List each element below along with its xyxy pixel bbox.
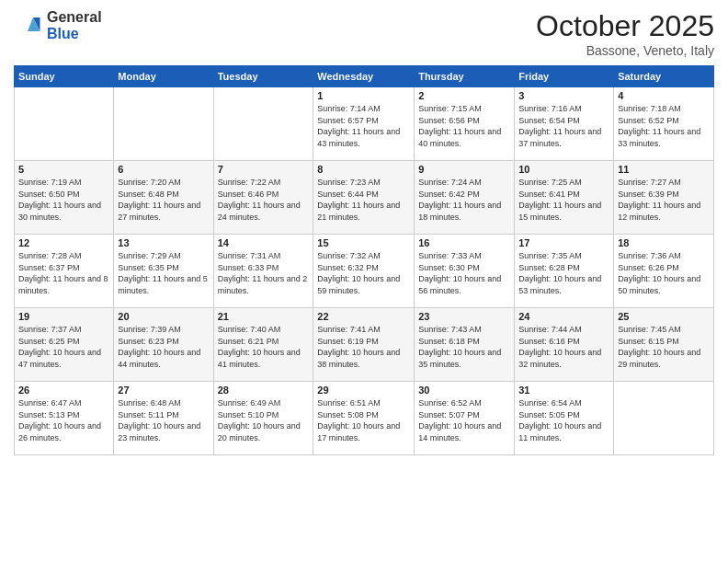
calendar-cell: 21Sunrise: 7:40 AM Sunset: 6:21 PM Dayli… [213, 308, 313, 382]
day-info: Sunrise: 7:44 AM Sunset: 6:16 PM Dayligh… [518, 324, 609, 370]
day-info: Sunrise: 7:24 AM Sunset: 6:42 PM Dayligh… [418, 177, 510, 223]
calendar-cell [114, 87, 213, 161]
day-number: 22 [317, 311, 410, 322]
day-info: Sunrise: 6:49 AM Sunset: 5:10 PM Dayligh… [218, 397, 310, 443]
logo: General Blue [14, 9, 102, 41]
calendar-cell: 16Sunrise: 7:33 AM Sunset: 6:30 PM Dayli… [415, 235, 515, 308]
day-info: Sunrise: 7:15 AM Sunset: 6:56 PM Dayligh… [418, 103, 510, 149]
day-info: Sunrise: 7:35 AM Sunset: 6:28 PM Dayligh… [518, 250, 609, 296]
day-number: 14 [218, 237, 310, 248]
day-number: 12 [18, 237, 109, 248]
day-number: 27 [118, 385, 209, 396]
day-info: Sunrise: 7:23 AM Sunset: 6:44 PM Dayligh… [317, 177, 410, 223]
calendar-cell: 19Sunrise: 7:37 AM Sunset: 6:25 PM Dayli… [15, 308, 114, 382]
calendar-cell: 7Sunrise: 7:22 AM Sunset: 6:46 PM Daylig… [213, 161, 313, 235]
calendar-cell: 13Sunrise: 7:29 AM Sunset: 6:35 PM Dayli… [114, 235, 213, 308]
day-number: 24 [518, 311, 609, 322]
day-info: Sunrise: 6:51 AM Sunset: 5:08 PM Dayligh… [317, 397, 410, 443]
logo-general: General [47, 9, 102, 26]
day-number: 5 [18, 164, 109, 175]
day-number: 4 [618, 90, 710, 101]
calendar-cell [15, 87, 114, 161]
calendar-cell: 20Sunrise: 7:39 AM Sunset: 6:23 PM Dayli… [114, 308, 213, 382]
logo-text: General Blue [47, 9, 102, 41]
day-number: 21 [218, 311, 310, 322]
calendar-cell: 22Sunrise: 7:41 AM Sunset: 6:19 PM Dayli… [313, 308, 415, 382]
day-number: 9 [418, 164, 510, 175]
calendar-cell: 12Sunrise: 7:28 AM Sunset: 6:37 PM Dayli… [15, 235, 114, 308]
day-info: Sunrise: 7:25 AM Sunset: 6:41 PM Dayligh… [518, 177, 609, 223]
day-info: Sunrise: 7:32 AM Sunset: 6:32 PM Dayligh… [317, 250, 410, 296]
day-info: Sunrise: 7:29 AM Sunset: 6:35 PM Dayligh… [118, 250, 209, 296]
day-number: 28 [218, 385, 310, 396]
day-info: Sunrise: 7:16 AM Sunset: 6:54 PM Dayligh… [518, 103, 609, 149]
calendar-cell: 8Sunrise: 7:23 AM Sunset: 6:44 PM Daylig… [313, 161, 415, 235]
calendar-cell: 5Sunrise: 7:19 AM Sunset: 6:50 PM Daylig… [15, 161, 114, 235]
day-info: Sunrise: 7:37 AM Sunset: 6:25 PM Dayligh… [18, 324, 109, 370]
calendar-cell: 15Sunrise: 7:32 AM Sunset: 6:32 PM Dayli… [313, 235, 415, 308]
month-title: October 2025 [536, 9, 714, 43]
day-number: 15 [317, 237, 410, 248]
day-number: 17 [518, 237, 609, 248]
day-header-thursday: Thursday [415, 66, 515, 87]
calendar-cell: 30Sunrise: 6:52 AM Sunset: 5:07 PM Dayli… [415, 382, 515, 455]
day-number: 29 [317, 385, 410, 396]
day-info: Sunrise: 7:45 AM Sunset: 6:15 PM Dayligh… [618, 324, 710, 370]
calendar-cell: 10Sunrise: 7:25 AM Sunset: 6:41 PM Dayli… [515, 161, 614, 235]
calendar-cell: 27Sunrise: 6:48 AM Sunset: 5:11 PM Dayli… [114, 382, 213, 455]
day-info: Sunrise: 7:40 AM Sunset: 6:21 PM Dayligh… [218, 324, 310, 370]
calendar-cell [614, 382, 714, 455]
day-number: 7 [218, 164, 310, 175]
page: General Blue October 2025 Bassone, Venet… [0, 0, 728, 563]
day-number: 30 [418, 385, 510, 396]
day-info: Sunrise: 7:22 AM Sunset: 6:46 PM Dayligh… [218, 177, 310, 223]
calendar-cell: 9Sunrise: 7:24 AM Sunset: 6:42 PM Daylig… [415, 161, 515, 235]
calendar-cell: 2Sunrise: 7:15 AM Sunset: 6:56 PM Daylig… [415, 87, 515, 161]
calendar-cell: 17Sunrise: 7:35 AM Sunset: 6:28 PM Dayli… [515, 235, 614, 308]
day-header-tuesday: Tuesday [213, 66, 313, 87]
calendar-week-row: 19Sunrise: 7:37 AM Sunset: 6:25 PM Dayli… [15, 308, 714, 382]
calendar-cell: 3Sunrise: 7:16 AM Sunset: 6:54 PM Daylig… [515, 87, 614, 161]
day-info: Sunrise: 6:47 AM Sunset: 5:13 PM Dayligh… [18, 397, 109, 443]
day-number: 6 [118, 164, 209, 175]
logo-blue: Blue [47, 26, 102, 42]
header: General Blue October 2025 Bassone, Venet… [14, 9, 714, 58]
day-number: 10 [518, 164, 609, 175]
day-number: 11 [618, 164, 710, 175]
day-info: Sunrise: 7:19 AM Sunset: 6:50 PM Dayligh… [18, 177, 109, 223]
day-number: 19 [18, 311, 109, 322]
day-info: Sunrise: 7:20 AM Sunset: 6:48 PM Dayligh… [118, 177, 209, 223]
day-number: 1 [317, 90, 410, 101]
day-info: Sunrise: 6:48 AM Sunset: 5:11 PM Dayligh… [118, 397, 209, 443]
calendar-week-row: 12Sunrise: 7:28 AM Sunset: 6:37 PM Dayli… [15, 235, 714, 308]
day-info: Sunrise: 7:39 AM Sunset: 6:23 PM Dayligh… [118, 324, 209, 370]
day-number: 16 [418, 237, 510, 248]
day-number: 13 [118, 237, 209, 248]
calendar-cell: 25Sunrise: 7:45 AM Sunset: 6:15 PM Dayli… [614, 308, 714, 382]
calendar-week-row: 26Sunrise: 6:47 AM Sunset: 5:13 PM Dayli… [15, 382, 714, 455]
calendar-cell: 1Sunrise: 7:14 AM Sunset: 6:57 PM Daylig… [313, 87, 415, 161]
day-header-monday: Monday [114, 66, 213, 87]
calendar-cell: 26Sunrise: 6:47 AM Sunset: 5:13 PM Dayli… [15, 382, 114, 455]
calendar: SundayMondayTuesdayWednesdayThursdayFrid… [14, 65, 714, 455]
day-number: 31 [518, 385, 609, 396]
logo-icon [14, 12, 41, 40]
day-info: Sunrise: 6:52 AM Sunset: 5:07 PM Dayligh… [418, 397, 510, 443]
day-number: 18 [618, 237, 710, 248]
day-info: Sunrise: 7:33 AM Sunset: 6:30 PM Dayligh… [418, 250, 510, 296]
day-info: Sunrise: 7:14 AM Sunset: 6:57 PM Dayligh… [317, 103, 410, 149]
day-header-friday: Friday [515, 66, 614, 87]
calendar-cell: 23Sunrise: 7:43 AM Sunset: 6:18 PM Dayli… [415, 308, 515, 382]
calendar-week-row: 5Sunrise: 7:19 AM Sunset: 6:50 PM Daylig… [15, 161, 714, 235]
day-number: 26 [18, 385, 109, 396]
day-info: Sunrise: 7:18 AM Sunset: 6:52 PM Dayligh… [618, 103, 710, 149]
day-header-sunday: Sunday [15, 66, 114, 87]
day-info: Sunrise: 7:27 AM Sunset: 6:39 PM Dayligh… [618, 177, 710, 223]
day-number: 8 [317, 164, 410, 175]
title-block: October 2025 Bassone, Veneto, Italy [536, 9, 714, 58]
calendar-cell: 24Sunrise: 7:44 AM Sunset: 6:16 PM Dayli… [515, 308, 614, 382]
day-number: 3 [518, 90, 609, 101]
location: Bassone, Veneto, Italy [536, 43, 714, 58]
day-info: Sunrise: 7:36 AM Sunset: 6:26 PM Dayligh… [618, 250, 710, 296]
calendar-header-row: SundayMondayTuesdayWednesdayThursdayFrid… [15, 66, 714, 87]
